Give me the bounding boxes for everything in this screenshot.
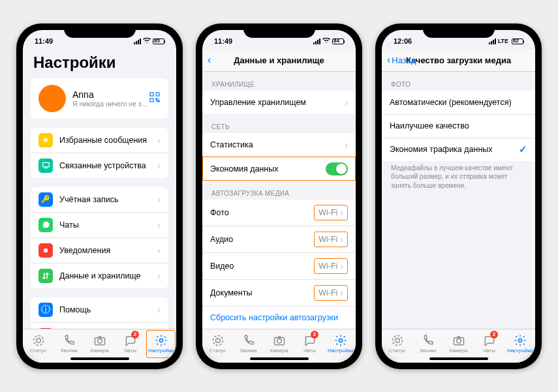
row-chats[interactable]: Чаты ›: [31, 212, 168, 237]
svg-point-13: [277, 339, 281, 344]
profile-status: Я никогда ничего не закан: [72, 100, 149, 108]
svg-rect-4: [44, 249, 48, 252]
tab-settings[interactable]: Настройки: [325, 329, 356, 359]
quality-hint: Медиафайлы в лучшем качестве имеют больш…: [382, 161, 535, 197]
svg-point-16: [392, 336, 402, 346]
section-photo: ФОТО: [382, 72, 535, 91]
row-starred[interactable]: ★ Избранные сообщения ›: [31, 128, 168, 153]
chevron-right-icon: ›: [340, 207, 343, 218]
phone-quality: 12:06 LTE 82 ‹Назад Качество загрузки ме…: [375, 23, 542, 369]
tab-settings[interactable]: Настройки: [504, 329, 535, 359]
chevron-right-icon: ›: [157, 305, 161, 315]
signal-icon: [134, 38, 141, 44]
option-datasaver[interactable]: Экономия трафика данных ✓: [382, 138, 535, 161]
toggle-data-saver[interactable]: [326, 162, 348, 175]
chevron-right-icon: ›: [157, 135, 161, 145]
battery-icon: 84: [332, 38, 344, 44]
svg-rect-0: [150, 93, 153, 96]
chevron-right-icon: ›: [340, 288, 343, 298]
section-storage: ХРАНИЛИЩЕ: [202, 72, 356, 91]
tab-chats[interactable]: 2 Чаты: [294, 329, 325, 359]
row-video[interactable]: Видео Wi-Fi›: [202, 252, 356, 279]
svg-point-11: [213, 336, 223, 346]
svg-point-8: [97, 339, 102, 344]
tab-calls[interactable]: Звонки: [54, 329, 84, 359]
svg-point-10: [215, 339, 220, 343]
profile-name: Anna: [72, 89, 149, 100]
tab-chats[interactable]: 2 Чаты: [474, 329, 504, 359]
chevron-right-icon: ›: [157, 194, 161, 205]
home-indicator: [70, 357, 129, 360]
row-documents[interactable]: Документы Wi-Fi›: [202, 279, 356, 306]
back-button[interactable]: ‹Назад: [387, 54, 416, 66]
row-data-saver[interactable]: Экономия данных: [202, 157, 356, 181]
row-linked-devices[interactable]: Связанные устройства ›: [31, 153, 168, 178]
group-account: 🔑 Учётная запись › Чаты › Уведомления: [31, 187, 168, 288]
row-manage-storage[interactable]: Управление хранилищем ›: [202, 91, 356, 114]
tab-calls[interactable]: Звонки: [412, 329, 443, 359]
row-notifications[interactable]: Уведомления ›: [31, 237, 168, 263]
svg-rect-1: [156, 93, 159, 96]
tab-camera[interactable]: Камера: [264, 329, 294, 359]
chevron-right-icon: ›: [157, 160, 161, 171]
home-indicator: [429, 357, 488, 360]
chevron-right-icon: ›: [345, 140, 348, 150]
avatar: [39, 85, 66, 112]
group-favorites: ★ Избранные сообщения › Связанные устрой…: [31, 128, 168, 178]
badge: 2: [131, 331, 139, 339]
nav-header: ‹ Данные и хранилище: [202, 50, 356, 72]
chevron-right-icon: ›: [340, 261, 343, 271]
nav-title: Данные и хранилище: [234, 55, 324, 65]
devices-icon: [39, 158, 53, 173]
tab-status[interactable]: Статус: [382, 329, 412, 359]
svg-point-15: [395, 339, 399, 343]
row-stats[interactable]: Статистика ›: [202, 133, 356, 157]
tab-chats[interactable]: 2 Чаты: [115, 329, 146, 359]
clock: 11:49: [214, 37, 232, 45]
tab-status[interactable]: Статус: [202, 329, 233, 359]
page-title: Настройки: [23, 50, 176, 78]
row-photo[interactable]: Фото Wi-Fi›: [202, 200, 356, 226]
chevron-right-icon: ›: [345, 97, 348, 108]
phone-settings: 11:49 85 Настройки Anna Я никогда ничего…: [16, 23, 183, 369]
row-audio[interactable]: Аудио Wi-Fi›: [202, 226, 356, 252]
chevron-right-icon: ›: [157, 271, 161, 281]
chevron-right-icon: ›: [157, 245, 161, 256]
profile-row[interactable]: Anna Я никогда ничего не закан: [31, 78, 168, 119]
row-tell-friend[interactable]: ♥ Рассказать другу ›: [31, 322, 168, 329]
tab-calls[interactable]: Звонки: [233, 329, 264, 359]
notification-icon: [39, 243, 53, 258]
tab-settings[interactable]: Настройки: [146, 329, 176, 359]
tab-camera[interactable]: Камера: [443, 329, 474, 359]
row-help[interactable]: ⓘ Помощь ›: [31, 297, 168, 322]
signal-icon: [313, 38, 320, 44]
nav-header: ‹Назад Качество загрузки медиа: [382, 50, 535, 72]
row-account[interactable]: 🔑 Учётная запись ›: [31, 187, 168, 212]
row-reset-autodownload[interactable]: Сбросить настройки автозагрузки: [202, 306, 356, 329]
svg-rect-2: [150, 98, 153, 102]
svg-point-9: [159, 339, 163, 342]
row-data-storage[interactable]: Данные и хранилище ›: [31, 263, 168, 288]
wifi-icon: [143, 38, 151, 45]
signal-icon: [489, 38, 496, 44]
nav-title: Качество загрузки медиа: [406, 55, 511, 65]
svg-rect-3: [42, 162, 49, 167]
battery-icon: 82: [512, 38, 523, 44]
back-button[interactable]: ‹: [208, 54, 212, 66]
info-icon: ⓘ: [39, 303, 53, 317]
option-auto[interactable]: Автоматически (рекомендуется): [382, 91, 535, 114]
badge: 2: [311, 331, 318, 339]
home-indicator: [250, 357, 309, 360]
tab-camera[interactable]: Камера: [84, 329, 115, 359]
chevron-left-icon: ‹: [387, 54, 390, 66]
tab-status[interactable]: Статус: [23, 329, 54, 359]
badge: 2: [490, 331, 498, 339]
svg-point-5: [36, 339, 40, 343]
qr-icon[interactable]: [149, 91, 161, 105]
wifi-icon: [322, 38, 330, 45]
clock: 11:49: [35, 37, 53, 45]
group-help: ⓘ Помощь › ♥ Рассказать другу ›: [31, 297, 168, 329]
option-best[interactable]: Наилучшее качество: [382, 114, 535, 138]
section-autodownload: АВТОЗАГРУЗКА МЕДИА: [202, 181, 356, 200]
star-icon: ★: [39, 133, 53, 147]
